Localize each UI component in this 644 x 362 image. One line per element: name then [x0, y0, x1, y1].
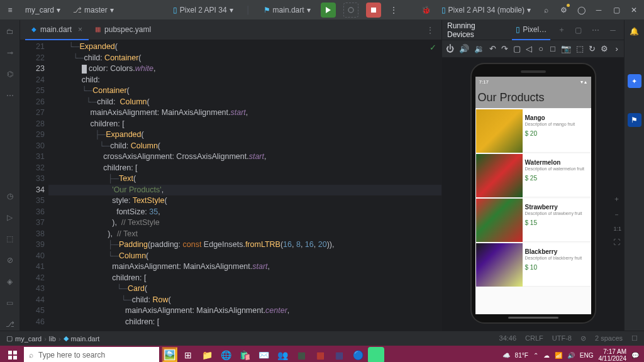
breadcrumb[interactable]: ▢ my_card › lib › ◆ main.dart: [6, 334, 99, 343]
code-line[interactable]: ), // TextStyle: [48, 217, 441, 229]
code-line[interactable]: children: [: [48, 273, 441, 284]
commit-tool-icon[interactable]: ⊸: [4, 47, 16, 59]
lock-icon[interactable]: ⊘: [580, 334, 586, 343]
more-tool-icon[interactable]: ⋯: [4, 89, 16, 102]
rotate-left-icon[interactable]: ↶: [489, 44, 496, 54]
logcat-tool-icon[interactable]: ▭: [4, 297, 16, 309]
structure-tool-icon[interactable]: ⌬: [4, 68, 16, 80]
volume-down-icon[interactable]: 🔉: [474, 44, 484, 54]
store-icon[interactable]: 🛍️: [236, 346, 253, 362]
menu-icon[interactable]: ≡: [5, 5, 15, 15]
volume-icon[interactable]: 🔊: [567, 352, 575, 359]
code-line[interactable]: ), // Text: [48, 229, 441, 240]
bc-folder[interactable]: lib: [49, 335, 56, 343]
code-line[interactable]: children: [: [48, 317, 441, 328]
code-line[interactable]: └─Column(: [48, 251, 441, 262]
profiler-icon[interactable]: ◷: [4, 190, 16, 202]
word-icon[interactable]: ▦: [330, 346, 348, 362]
teams-icon[interactable]: 👥: [274, 346, 291, 362]
close-icon[interactable]: ×: [78, 25, 82, 34]
onedrive-icon[interactable]: ☁: [543, 352, 550, 359]
code-line[interactable]: └─Container(: [48, 85, 441, 97]
weather-icon[interactable]: ☁️: [502, 352, 510, 359]
run-button[interactable]: [321, 3, 336, 18]
back-icon[interactable]: ◁: [526, 44, 533, 54]
code-line[interactable]: └─child: Container(: [48, 53, 441, 64]
indent-setting[interactable]: 2 spaces: [595, 334, 623, 343]
code-line[interactable]: └─child: Column(: [48, 141, 441, 152]
camera-icon[interactable]: 📷: [561, 44, 571, 54]
language-indicator[interactable]: ENG: [580, 352, 594, 359]
product-card[interactable]: BlackberryDescription of blackberry frui…: [476, 243, 591, 287]
notifications-icon[interactable]: 🔔: [628, 25, 641, 38]
cortana-icon[interactable]: 🖼️: [160, 346, 178, 362]
taskbar-search[interactable]: ⌕ Type here to search: [24, 347, 159, 362]
clock[interactable]: 7:17 AM 4/11/2024: [599, 348, 627, 362]
product-card[interactable]: MangoDescription of mango fruit$ 20: [476, 109, 591, 153]
excel-icon[interactable]: ▦: [292, 346, 310, 362]
code-line[interactable]: children: [: [48, 119, 441, 130]
tab-main-dart[interactable]: ◆ main.dart ×: [25, 20, 89, 40]
fit-icon[interactable]: ⛶: [613, 238, 621, 246]
android-studio-icon[interactable]: [368, 347, 384, 362]
branch-selector[interactable]: ⎇ master ▾: [70, 4, 116, 16]
volume-up-icon[interactable]: 🔊: [459, 44, 469, 54]
close-icon[interactable]: ✕: [629, 5, 639, 15]
wifi-icon[interactable]: 📶: [555, 352, 562, 359]
code-line[interactable]: mainAxisAlignment: MainAxisAlignment.sta…: [48, 261, 441, 273]
maximize-icon[interactable]: ▢: [611, 5, 621, 15]
vcs-tool-icon[interactable]: ⎇: [4, 318, 16, 331]
run-config[interactable]: ⚑ main.dart ▾: [261, 4, 313, 16]
chevron-right-icon[interactable]: ›: [613, 44, 620, 54]
edge-icon[interactable]: 🌐: [217, 346, 235, 362]
code-line[interactable]: 'Our Products',: [48, 185, 441, 196]
settings2-icon[interactable]: ⚙: [601, 44, 608, 54]
taskview-icon[interactable]: ⊞: [179, 346, 197, 362]
code-line[interactable]: style: TextStyle(: [48, 195, 441, 207]
panel-minimize-icon[interactable]: ─: [607, 24, 619, 36]
emulator-selector[interactable]: ▯ Pixel 2 API 34 ▾: [170, 4, 236, 16]
chrome-icon[interactable]: 🔵: [349, 346, 367, 362]
code-line[interactable]: ├─Text(: [48, 173, 441, 185]
overview-icon[interactable]: □: [550, 44, 557, 54]
bc-file[interactable]: main.dart: [71, 335, 100, 343]
inspector-tool-icon[interactable]: ◈: [4, 275, 16, 288]
notifications-tray-icon[interactable]: 💬: [631, 352, 639, 359]
code-content[interactable]: ✓ └─Expanded( └─child: Container( color:…: [48, 40, 441, 331]
rotate-right-icon[interactable]: ↷: [501, 44, 508, 54]
profile-icon[interactable]: ◯: [576, 5, 586, 15]
settings-icon[interactable]: ⚙: [558, 5, 569, 15]
code-line[interactable]: └─child: Column(: [48, 97, 441, 108]
zoom-out-icon[interactable]: －: [613, 210, 621, 219]
power-icon[interactable]: ⏻: [446, 44, 454, 54]
tray-chevron-icon[interactable]: ⌃: [533, 352, 538, 359]
search-icon[interactable]: ⌕: [541, 5, 551, 15]
code-editor[interactable]: 2122232425262728293031323334353637383940…: [20, 40, 441, 331]
run-tool-icon[interactable]: ▷: [4, 211, 16, 224]
product-card[interactable]: StrawberryDescription of strawberry frui…: [476, 199, 591, 242]
ai-assistant-icon[interactable]: ✦: [628, 74, 641, 88]
home-icon[interactable]: ○: [538, 44, 545, 54]
code-line[interactable]: └─child: Row(: [48, 295, 441, 306]
code-line[interactable]: crossAxisAlignment: CrossAxisAlignment.s…: [48, 151, 441, 163]
mail-icon[interactable]: ✉️: [255, 346, 272, 362]
bc-project[interactable]: my_card: [15, 335, 42, 343]
tab-menu-icon[interactable]: ⋮: [424, 24, 436, 36]
code-line[interactable]: └─Card(: [48, 283, 441, 295]
device-selector[interactable]: ▯ Pixel 2 API 34 (mobile) ▾: [439, 4, 533, 16]
tab-pubspec[interactable]: ▦ pubspec.yaml: [89, 20, 157, 40]
line-separator[interactable]: CRLF: [525, 334, 543, 343]
project-selector[interactable]: my_card ▾: [23, 4, 63, 16]
code-line[interactable]: ├─Padding(padding: const EdgeInsets.from…: [48, 239, 441, 251]
window-icon[interactable]: ▢: [572, 24, 584, 36]
file-encoding[interactable]: UTF-8: [552, 334, 572, 343]
terminal-tool-icon[interactable]: ⬚: [4, 233, 16, 245]
code-line[interactable]: mainAxisAlignment: MainAxisAlignment.sta…: [48, 107, 441, 119]
code-line[interactable]: ├─Expanded(: [48, 129, 441, 141]
code-line[interactable]: mainAxisAlignment: MainAxisAlignment.cen…: [48, 305, 441, 317]
zoom-ratio[interactable]: 1:1: [613, 226, 621, 232]
more-icon[interactable]: ⋮: [389, 5, 399, 15]
phone-screen[interactable]: 7:17 ▾ ▴ Our Products MangoDescription o…: [475, 77, 591, 314]
panel-menu-icon[interactable]: ⋯: [590, 24, 602, 36]
stop-button[interactable]: [366, 3, 381, 18]
